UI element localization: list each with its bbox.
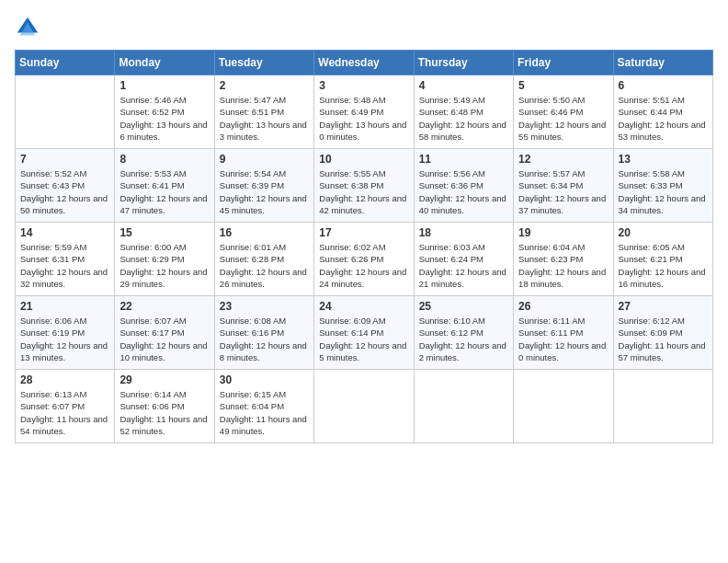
day-info: Sunrise: 5:48 AMSunset: 6:49 PMDaylight:… [319,94,408,143]
day-info: Sunrise: 6:02 AMSunset: 6:26 PMDaylight:… [319,241,408,290]
calendar-cell: 13Sunrise: 5:58 AMSunset: 6:33 PMDayligh… [613,149,712,223]
calendar-cell: 18Sunrise: 6:03 AMSunset: 6:24 PMDayligh… [414,223,513,296]
calendar-cell [514,370,613,443]
calendar-cell: 12Sunrise: 5:57 AMSunset: 6:34 PMDayligh… [514,149,613,223]
day-number: 11 [419,153,508,166]
day-number: 14 [20,226,109,239]
day-number: 25 [419,300,508,313]
day-number: 27 [619,300,708,313]
calendar-cell: 26Sunrise: 6:11 AMSunset: 6:11 PMDayligh… [514,296,613,370]
calendar-cell: 3Sunrise: 5:48 AMSunset: 6:49 PMDaylight… [314,75,414,149]
calendar-cell: 14Sunrise: 5:59 AMSunset: 6:31 PMDayligh… [16,223,115,296]
calendar-cell: 7Sunrise: 5:52 AMSunset: 6:43 PMDaylight… [16,149,115,223]
day-info: Sunrise: 6:00 AMSunset: 6:29 PMDaylight:… [119,241,209,290]
day-info: Sunrise: 6:07 AMSunset: 6:17 PMDaylight:… [119,315,209,363]
col-header-wednesday: Wednesday [314,51,414,75]
calendar-cell: 5Sunrise: 5:50 AMSunset: 6:46 PMDaylight… [514,75,613,149]
day-info: Sunrise: 6:01 AMSunset: 6:28 PMDaylight:… [220,241,309,290]
day-number: 22 [119,300,209,313]
calendar-cell: 19Sunrise: 6:04 AMSunset: 6:23 PMDayligh… [514,223,613,296]
day-number: 18 [419,226,508,239]
day-info: Sunrise: 6:09 AMSunset: 6:14 PMDaylight:… [319,315,408,363]
day-info: Sunrise: 5:57 AMSunset: 6:34 PMDaylight:… [518,167,608,216]
day-number: 26 [518,300,608,313]
col-header-sunday: Sunday [16,51,115,75]
day-number: 19 [518,226,608,239]
day-info: Sunrise: 6:10 AMSunset: 6:12 PMDaylight:… [419,315,508,363]
calendar-cell: 28Sunrise: 6:13 AMSunset: 6:07 PMDayligh… [16,370,115,443]
day-number: 12 [518,153,608,166]
day-number: 7 [20,153,109,166]
day-number: 28 [20,373,109,386]
day-number: 15 [119,226,209,239]
calendar-cell: 11Sunrise: 5:56 AMSunset: 6:36 PMDayligh… [414,149,513,223]
day-info: Sunrise: 6:04 AMSunset: 6:23 PMDaylight:… [518,241,608,290]
calendar-cell: 8Sunrise: 5:53 AMSunset: 6:41 PMDaylight… [115,149,214,223]
calendar-cell: 9Sunrise: 5:54 AMSunset: 6:39 PMDaylight… [214,149,313,223]
day-number: 16 [220,226,309,239]
day-info: Sunrise: 5:59 AMSunset: 6:31 PMDaylight:… [20,241,109,290]
day-number: 8 [119,153,209,166]
day-number: 13 [619,153,708,166]
day-info: Sunrise: 5:47 AMSunset: 6:51 PMDaylight:… [220,94,309,143]
calendar-cell: 17Sunrise: 6:02 AMSunset: 6:26 PMDayligh… [314,223,414,296]
calendar-cell: 22Sunrise: 6:07 AMSunset: 6:17 PMDayligh… [115,296,214,370]
calendar-cell: 30Sunrise: 6:15 AMSunset: 6:04 PMDayligh… [214,370,313,443]
day-info: Sunrise: 6:15 AMSunset: 6:04 PMDaylight:… [220,388,309,437]
day-number: 1 [119,79,209,92]
calendar-cell [314,370,414,443]
day-number: 30 [220,373,309,386]
calendar-cell: 25Sunrise: 6:10 AMSunset: 6:12 PMDayligh… [414,296,513,370]
calendar-cell: 23Sunrise: 6:08 AMSunset: 6:16 PMDayligh… [214,296,313,370]
day-info: Sunrise: 5:51 AMSunset: 6:44 PMDaylight:… [619,94,708,143]
day-number: 5 [518,79,608,92]
day-number: 20 [619,226,708,239]
day-number: 10 [319,153,408,166]
logo [15,15,44,40]
day-info: Sunrise: 6:14 AMSunset: 6:06 PMDaylight:… [119,388,209,437]
col-header-monday: Monday [115,51,214,75]
day-number: 4 [419,79,508,92]
day-info: Sunrise: 5:56 AMSunset: 6:36 PMDaylight:… [419,167,508,216]
calendar-table: SundayMondayTuesdayWednesdayThursdayFrid… [15,50,713,443]
day-number: 6 [619,79,708,92]
day-number: 17 [319,226,408,239]
calendar-cell [414,370,513,443]
day-number: 21 [20,300,109,313]
day-number: 9 [220,153,309,166]
day-number: 23 [220,300,309,313]
col-header-friday: Friday [514,51,613,75]
calendar-cell [613,370,712,443]
day-info: Sunrise: 5:49 AMSunset: 6:48 PMDaylight:… [419,94,508,143]
day-info: Sunrise: 6:11 AMSunset: 6:11 PMDaylight:… [518,315,608,363]
calendar-cell: 15Sunrise: 6:00 AMSunset: 6:29 PMDayligh… [115,223,214,296]
logo-icon [15,15,40,40]
calendar-cell [16,75,115,149]
day-info: Sunrise: 5:53 AMSunset: 6:41 PMDaylight:… [119,167,209,216]
calendar-cell: 21Sunrise: 6:06 AMSunset: 6:19 PMDayligh… [16,296,115,370]
col-header-thursday: Thursday [414,51,513,75]
day-info: Sunrise: 6:03 AMSunset: 6:24 PMDaylight:… [419,241,508,290]
calendar-cell: 29Sunrise: 6:14 AMSunset: 6:06 PMDayligh… [115,370,214,443]
day-info: Sunrise: 5:46 AMSunset: 6:52 PMDaylight:… [119,94,209,143]
calendar-cell: 20Sunrise: 6:05 AMSunset: 6:21 PMDayligh… [613,223,712,296]
day-info: Sunrise: 6:13 AMSunset: 6:07 PMDaylight:… [20,388,109,437]
day-info: Sunrise: 5:54 AMSunset: 6:39 PMDaylight:… [220,167,309,216]
calendar-cell: 16Sunrise: 6:01 AMSunset: 6:28 PMDayligh… [214,223,313,296]
day-info: Sunrise: 5:52 AMSunset: 6:43 PMDaylight:… [20,167,109,216]
day-number: 24 [319,300,408,313]
day-info: Sunrise: 5:55 AMSunset: 6:38 PMDaylight:… [319,167,408,216]
calendar-cell: 10Sunrise: 5:55 AMSunset: 6:38 PMDayligh… [314,149,414,223]
day-info: Sunrise: 6:06 AMSunset: 6:19 PMDaylight:… [20,315,109,363]
day-info: Sunrise: 5:58 AMSunset: 6:33 PMDaylight:… [619,167,708,216]
day-info: Sunrise: 6:08 AMSunset: 6:16 PMDaylight:… [220,315,309,363]
day-info: Sunrise: 6:12 AMSunset: 6:09 PMDaylight:… [619,315,708,363]
calendar-cell: 27Sunrise: 6:12 AMSunset: 6:09 PMDayligh… [613,296,712,370]
calendar-cell: 24Sunrise: 6:09 AMSunset: 6:14 PMDayligh… [314,296,414,370]
day-info: Sunrise: 5:50 AMSunset: 6:46 PMDaylight:… [518,94,608,143]
calendar-cell: 4Sunrise: 5:49 AMSunset: 6:48 PMDaylight… [414,75,513,149]
calendar-cell: 2Sunrise: 5:47 AMSunset: 6:51 PMDaylight… [214,75,313,149]
calendar-cell: 6Sunrise: 5:51 AMSunset: 6:44 PMDaylight… [613,75,712,149]
day-number: 29 [119,373,209,386]
day-number: 3 [319,79,408,92]
